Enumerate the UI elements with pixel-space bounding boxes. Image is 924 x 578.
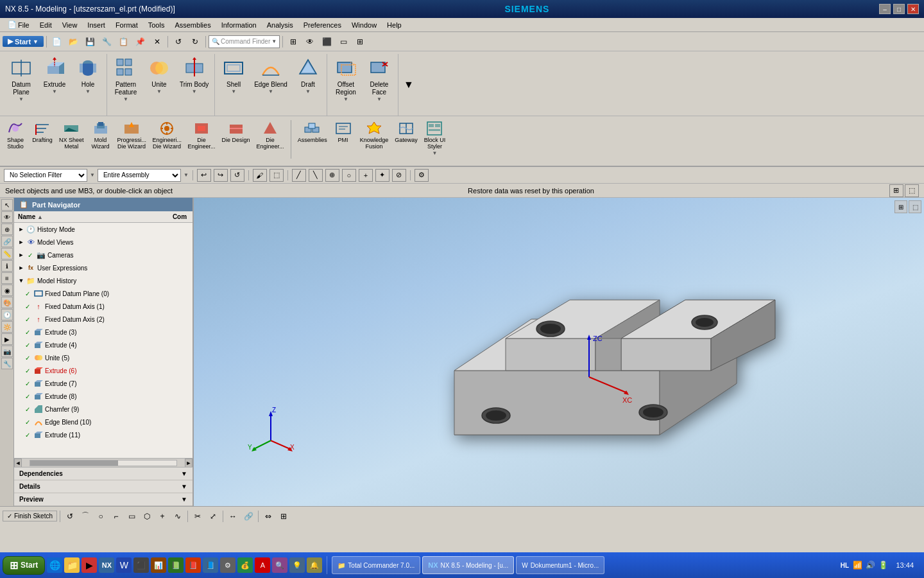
hscroll-track[interactable] bbox=[30, 460, 177, 466]
lt-info-button[interactable]: ℹ bbox=[1, 260, 13, 272]
taskbar-nx[interactable]: NX NX 8.5 - Modeling - [u... bbox=[422, 556, 514, 574]
bt-spline-button[interactable]: ∿ bbox=[171, 509, 185, 523]
windows-start-button[interactable]: ⊞ Start bbox=[3, 556, 45, 575]
draft-button[interactable]: Draft ▼ bbox=[292, 54, 324, 97]
snap-quad-button[interactable]: ✦ bbox=[375, 169, 389, 182]
tree-item-unite-5[interactable]: ✓ Unite (5) bbox=[14, 351, 193, 364]
expand-model-history[interactable]: ▼ bbox=[17, 276, 26, 285]
expand-cameras[interactable]: ► bbox=[17, 250, 26, 259]
bt-constraint-button[interactable]: 🔗 bbox=[241, 509, 255, 523]
tb-cmd-icon[interactable]: ⬛ bbox=[133, 557, 149, 573]
edge-blend-button[interactable]: Edge Blend ▼ bbox=[251, 54, 291, 97]
tray-lang-icon[interactable]: HL bbox=[839, 560, 850, 570]
sel-options-button[interactable]: ⚙ bbox=[415, 169, 429, 182]
gateway-button[interactable]: Gateway bbox=[392, 118, 420, 146]
trim-body-button[interactable]: Trim Body ▼ bbox=[176, 54, 212, 97]
shape-studio-button[interactable]: ShapeStudio bbox=[3, 118, 28, 152]
sel-brush-button[interactable]: 🖌 bbox=[253, 169, 267, 182]
redo-button[interactable]: ↻ bbox=[187, 35, 203, 49]
tray-network-icon[interactable]: 📶 bbox=[852, 560, 862, 570]
block-ui-styler-button[interactable]: Block UIStyler ▼ bbox=[422, 118, 449, 158]
lt-motion-button[interactable]: ▶ bbox=[1, 333, 13, 345]
lt-display-button[interactable]: ◉ bbox=[1, 285, 13, 296]
tb-extra2-icon[interactable]: 📗 bbox=[168, 557, 184, 573]
bt-fillet-button[interactable]: ⌐ bbox=[109, 509, 123, 523]
die-design-button[interactable]: Die Design bbox=[219, 118, 253, 146]
tree-item-datum-1[interactable]: ✓ ↑ Fixed Datum Axis (1) bbox=[14, 300, 193, 313]
extrude-button[interactable]: Extrude ▼ bbox=[38, 54, 71, 97]
bt-mirror-button[interactable]: ⇔ bbox=[261, 509, 275, 523]
lt-measure-button[interactable]: 📏 bbox=[1, 248, 13, 259]
lt-color-button[interactable]: 🎨 bbox=[1, 297, 13, 308]
tb-nx-icon[interactable]: NX bbox=[99, 557, 114, 573]
expand-user-expressions[interactable]: ► bbox=[17, 263, 26, 272]
tree-item-model-views[interactable]: ► 👁 Model Views bbox=[14, 236, 193, 249]
sel-box-button[interactable]: ⬚ bbox=[270, 169, 284, 182]
lt-snap-button[interactable]: ⊕ bbox=[1, 223, 13, 235]
dependencies-section[interactable]: Dependencies ▼ bbox=[14, 468, 193, 480]
view-mode-button[interactable]: ⊞ bbox=[889, 184, 903, 197]
drafting-button[interactable]: Drafting bbox=[30, 118, 55, 146]
tb-extra4-icon[interactable]: 📘 bbox=[203, 557, 218, 573]
maximize-button[interactable]: □ bbox=[893, 4, 905, 14]
lt-select-button[interactable]: ↖ bbox=[1, 199, 13, 211]
shell-button[interactable]: Shell ▼ bbox=[218, 54, 250, 97]
bt-extend-button[interactable]: ⤢ bbox=[206, 509, 220, 523]
progressive-die-wizard-button[interactable]: Progressi...Die Wizard bbox=[115, 118, 149, 152]
snap-point-button[interactable]: + bbox=[359, 169, 373, 182]
view-options-button[interactable]: 👁 bbox=[302, 35, 318, 49]
tb-extra1-icon[interactable]: 📊 bbox=[151, 557, 166, 573]
tree-item-cameras[interactable]: ► ✓ 📷 Cameras bbox=[14, 249, 193, 261]
tb-extra9-icon[interactable]: 🔔 bbox=[307, 557, 322, 573]
scope-dropdown[interactable]: Entire Assembly bbox=[98, 169, 181, 182]
tree-item-extrude-3[interactable]: ✓ Extrude (3) bbox=[14, 326, 193, 338]
preview-section[interactable]: Preview ▼ bbox=[14, 493, 193, 506]
tb-adobe-icon[interactable]: A bbox=[255, 557, 270, 573]
details-section[interactable]: Details ▼ bbox=[14, 480, 193, 493]
mold-wizard-button[interactable]: MoldWizard bbox=[88, 118, 114, 152]
menu-insert[interactable]: Insert bbox=[82, 20, 110, 30]
offset-region-button[interactable]: OffsetRegion ▼ bbox=[330, 54, 362, 105]
minimize-button[interactable]: – bbox=[879, 4, 891, 14]
bt-arc-button[interactable]: ⌒ bbox=[78, 509, 92, 523]
menu-help[interactable]: Help bbox=[382, 20, 407, 30]
tree-item-extrude-7[interactable]: ✓ Extrude (7) bbox=[14, 377, 193, 390]
die-engineer-button[interactable]: DieEngineer... bbox=[185, 118, 218, 152]
tb-ie-icon[interactable]: 🌐 bbox=[47, 557, 62, 573]
bt-plus-button[interactable]: + bbox=[155, 509, 169, 523]
nx-sheet-metal-button[interactable]: NX SheetMetal bbox=[56, 118, 87, 152]
menu-file[interactable]: 📄 File bbox=[3, 19, 35, 30]
lt-constraint-button[interactable]: 🔗 bbox=[1, 236, 13, 247]
tb-extra6-icon[interactable]: 💰 bbox=[237, 557, 253, 573]
tray-battery-icon[interactable]: 🔋 bbox=[878, 560, 888, 570]
copy-button[interactable]: 📋 bbox=[116, 35, 132, 49]
taskbar-word[interactable]: W Dokumentum1 - Micro... bbox=[516, 556, 604, 574]
tree-item-user-expressions[interactable]: ► fx User Expressions bbox=[14, 261, 193, 274]
menu-preferences[interactable]: Preferences bbox=[298, 20, 346, 30]
layer-button[interactable]: ⊞ bbox=[352, 35, 368, 49]
hscroll-right-button[interactable]: ► bbox=[185, 459, 193, 468]
bt-dim-button[interactable]: ↔ bbox=[226, 509, 240, 523]
pattern-feature-button[interactable]: PatternFeature ▼ bbox=[110, 54, 142, 105]
lt-view-button[interactable]: 👁 bbox=[1, 211, 13, 223]
delete-button[interactable]: ✕ bbox=[150, 35, 165, 49]
lt-render-button[interactable]: 🔆 bbox=[1, 321, 13, 333]
new-button[interactable]: 📄 bbox=[49, 35, 65, 49]
tree-item-datum-0[interactable]: ✓ Fixed Datum Plane (0) bbox=[14, 287, 193, 300]
lt-layer-button[interactable]: ≡ bbox=[1, 272, 13, 284]
die-engineering-button[interactable]: DieEngineer... bbox=[254, 118, 287, 152]
bt-pattern-button[interactable]: ⊞ bbox=[277, 509, 291, 523]
snap-end-button[interactable]: ╱ bbox=[292, 169, 306, 182]
sel-forward-button[interactable]: ↪ bbox=[214, 169, 228, 182]
expand-history-mode[interactable]: ► bbox=[17, 225, 26, 234]
pmi-button[interactable]: PMI bbox=[330, 118, 356, 146]
tb-word-icon[interactable]: W bbox=[116, 557, 132, 573]
tree-item-extrude-11[interactable]: ✓ Extrude (11) bbox=[14, 428, 193, 441]
tree-item-chamfer-9[interactable]: ✓ Chamfer (9) bbox=[14, 403, 193, 416]
menu-analysis[interactable]: Analysis bbox=[262, 20, 298, 30]
tree-item-extrude-4[interactable]: ✓ Extrude (4) bbox=[14, 338, 193, 351]
snap-circle-button[interactable]: ○ bbox=[342, 169, 356, 182]
engineering-die-wizard-button[interactable]: Engineeri...Die Wizard bbox=[150, 118, 184, 152]
tb-extra7-icon[interactable]: 🔍 bbox=[272, 557, 287, 573]
command-finder-input[interactable]: 🔍 Command Finder ▼ bbox=[209, 35, 280, 48]
